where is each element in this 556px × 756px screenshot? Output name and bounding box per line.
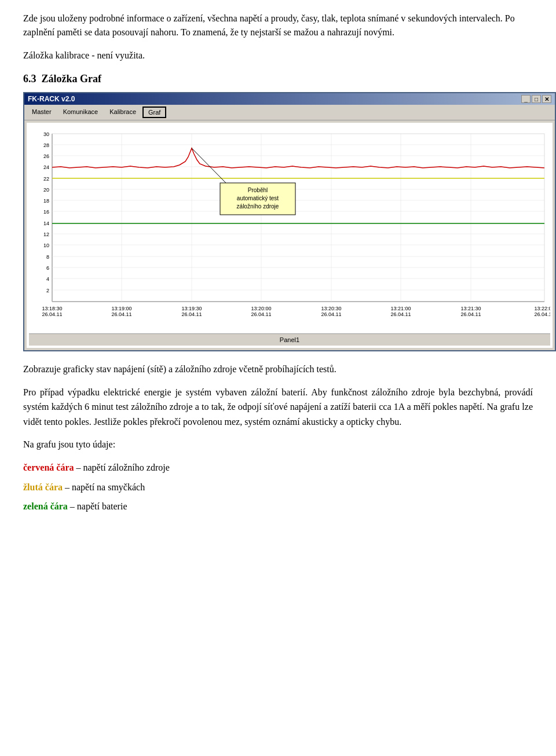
svg-text:13:21:30: 13:21:30: [460, 306, 481, 311]
red-label: červená čára: [23, 463, 74, 472]
window-title: FK-RACK v2.0: [28, 95, 75, 103]
minimize-button[interactable]: _: [521, 95, 531, 103]
green-desc: – napětí baterie: [70, 501, 127, 511]
svg-text:4: 4: [46, 276, 49, 282]
section-title: 6.3 Záložka Graf: [23, 73, 533, 85]
svg-text:13:21:00: 13:21:00: [390, 306, 411, 311]
svg-text:26.04.11: 26.04.11: [321, 311, 341, 317]
svg-text:26: 26: [43, 153, 49, 159]
fk-titlebar: FK-RACK v2.0 _ □ ✕: [24, 93, 555, 105]
maximize-button[interactable]: □: [532, 95, 541, 103]
legend-yellow: žlutá čára – napětí na smyčkách: [23, 480, 533, 495]
svg-text:13:20:30: 13:20:30: [321, 306, 341, 311]
svg-text:14: 14: [43, 221, 49, 226]
graf-description: Zobrazuje graficky stav napájení (sítě) …: [23, 362, 533, 377]
panel-label: Panel1: [29, 333, 550, 346]
svg-text:6: 6: [46, 265, 49, 271]
svg-text:automatický test: automatický test: [237, 195, 279, 201]
red-desc: – napětí záložního zdroje: [76, 463, 170, 472]
svg-text:13:22:00: 13:22:00: [534, 306, 550, 311]
svg-text:12: 12: [43, 232, 49, 237]
menu-kalibrace[interactable]: Kalibrace: [104, 107, 141, 118]
green-label: zelená čára: [23, 501, 68, 511]
svg-text:22: 22: [43, 176, 49, 182]
svg-text:20: 20: [43, 187, 49, 193]
svg-text:26.04.11: 26.04.11: [42, 311, 62, 317]
chart-svg: 30 28 26 24 22 20 18 16 14 12 10 8 6 4 2…: [29, 125, 550, 333]
battery-description: Pro případ výpadku elektrické energie je…: [23, 385, 533, 430]
svg-text:26.04.11: 26.04.11: [460, 311, 481, 317]
svg-text:záložního zdroje: záložního zdroje: [237, 203, 279, 210]
legend-green: zelená čára – napětí baterie: [23, 499, 533, 514]
svg-text:26.04.11: 26.04.11: [111, 311, 131, 317]
menu-komunikace[interactable]: Komunikace: [58, 107, 104, 118]
svg-text:26.04.11: 26.04.11: [534, 311, 550, 317]
svg-text:8: 8: [46, 254, 49, 260]
legend-red: červená čára – napětí záložního zdroje: [23, 460, 533, 475]
svg-text:10: 10: [43, 243, 49, 248]
svg-text:13:19:00: 13:19:00: [111, 306, 131, 311]
svg-text:Proběhl: Proběhl: [248, 187, 268, 193]
svg-text:28: 28: [43, 142, 49, 148]
menu-bar: Master Komunikace Kalibrace Graf: [24, 105, 555, 120]
window-controls: _ □ ✕: [521, 95, 551, 103]
svg-text:16: 16: [43, 209, 49, 215]
menu-master[interactable]: Master: [27, 107, 57, 118]
fk-rack-window: FK-RACK v2.0 _ □ ✕ Master Komunikace Kal…: [23, 92, 556, 351]
svg-text:26.04.11: 26.04.11: [390, 311, 411, 317]
svg-text:2: 2: [46, 288, 49, 293]
svg-text:26.04.11: 26.04.11: [181, 311, 202, 317]
svg-text:13:19:30: 13:19:30: [181, 306, 202, 311]
svg-text:18: 18: [43, 198, 49, 204]
yellow-label: žlutá čára: [23, 482, 63, 492]
svg-text:24: 24: [43, 164, 49, 170]
svg-text:26.04.11: 26.04.11: [251, 311, 271, 317]
calibration-note: Záložka kalibrace - není využita.: [23, 49, 533, 63]
yellow-desc: – napětí na smyčkách: [65, 482, 145, 492]
chart-container: 30 28 26 24 22 20 18 16 14 12 10 8 6 4 2…: [29, 125, 550, 333]
chart-area: 30 28 26 24 22 20 18 16 14 12 10 8 6 4 2…: [27, 123, 553, 348]
svg-rect-0: [52, 134, 544, 302]
intro-paragraph: Zde jsou uloženy podrobné informace o za…: [23, 12, 533, 39]
menu-graf[interactable]: Graf: [142, 107, 166, 118]
legend-header: Na grafu jsou tyto údaje:: [23, 437, 533, 452]
svg-text:13:20:00: 13:20:00: [251, 306, 271, 311]
svg-text:13:18:30: 13:18:30: [42, 306, 62, 311]
svg-text:30: 30: [43, 131, 49, 137]
close-button[interactable]: ✕: [542, 95, 551, 103]
